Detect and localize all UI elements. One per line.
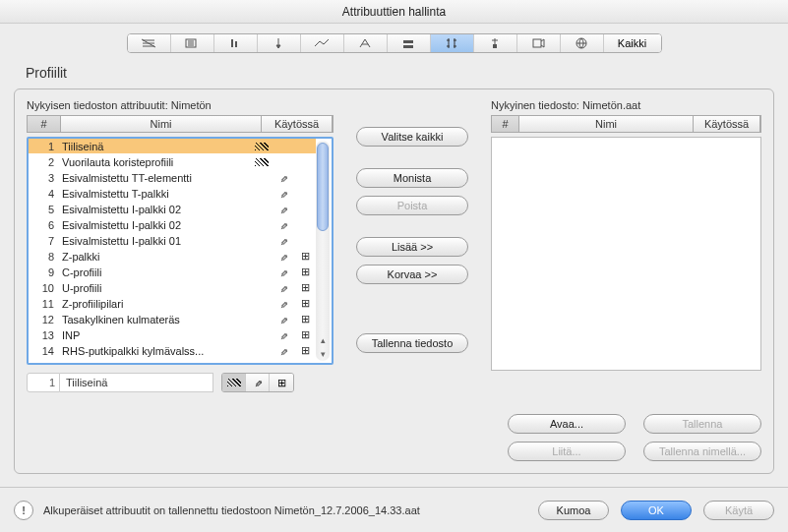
table-row[interactable]: 10U-profiili — [29, 280, 316, 296]
right-subtitle: Nykyinen tiedosto: Nimetön.aat — [491, 99, 761, 111]
table-row[interactable]: 3Esivalmistettu TT-elementti — [29, 170, 316, 186]
row-number: 3 — [29, 172, 58, 184]
table-row[interactable]: 1Tiiliseinä — [29, 139, 316, 154]
toggle-grid[interactable] — [270, 374, 293, 391]
row-link-icon — [273, 188, 294, 200]
row-number: 4 — [29, 188, 58, 200]
col-num-r[interactable]: # — [492, 116, 519, 132]
right-list[interactable] — [491, 137, 761, 371]
row-link-icon — [273, 329, 294, 341]
select-all-button[interactable]: Valitse kaikki — [356, 127, 468, 147]
ok-button[interactable]: OK — [621, 501, 692, 520]
row-name: Vuorilauta koristeprofiili — [58, 156, 251, 168]
footer-message: Alkuperäiset attribuutit on tallennettu … — [43, 504, 528, 516]
cat-3[interactable] — [214, 34, 258, 52]
row-name: Esivalmistettu TT-elementti — [58, 172, 251, 184]
save-button[interactable]: Tallenna — [643, 414, 761, 434]
left-list[interactable]: 1Tiiliseinä2Vuorilauta koristeprofiili3E… — [27, 137, 333, 365]
main-panel: Nykyisen tiedoston attribuutit: Nimetön … — [14, 89, 774, 474]
row-number: 7 — [29, 235, 58, 247]
table-row[interactable]: 13INP — [29, 327, 316, 343]
duplicate-button[interactable]: Monista — [356, 168, 468, 188]
table-row[interactable]: 9C-profiili — [29, 265, 316, 280]
save-as-button[interactable]: Tallenna nimellä... — [643, 442, 761, 461]
apply-button[interactable]: Käytä — [703, 501, 774, 520]
table-row[interactable]: 7Esivalmistettu I-palkki 01 — [29, 233, 316, 249]
cat-all[interactable]: Kaikki — [604, 34, 661, 52]
cat-10[interactable] — [517, 34, 561, 52]
row-name: U-profiili — [58, 282, 251, 294]
col-name-r[interactable]: Nimi — [519, 116, 694, 132]
scrollbar[interactable]: ▴ ▾ — [316, 141, 330, 361]
col-used-r[interactable]: Käytössä — [694, 116, 760, 132]
row-number: 5 — [29, 204, 58, 215]
row-number: 14 — [29, 345, 58, 357]
cat-6[interactable] — [344, 34, 388, 52]
paste-button[interactable]: Liitä... — [508, 442, 626, 461]
cancel-button[interactable]: Kumoa — [538, 501, 609, 520]
row-name: RHS-putkipalkki kylmävalss... — [58, 345, 251, 357]
row-grid-icon — [294, 313, 316, 325]
row-grid-icon — [294, 266, 316, 278]
table-row[interactable]: 11Z-profiilipilari — [29, 296, 316, 312]
row-name: Esivalmistettu I-palkki 02 — [58, 219, 251, 231]
cat-5[interactable] — [301, 34, 344, 52]
edit-number[interactable]: 1 — [27, 373, 60, 392]
edit-toggles — [221, 373, 294, 392]
row-link-icon — [273, 251, 294, 263]
row-link-icon — [273, 266, 294, 278]
toggle-link[interactable] — [246, 374, 270, 391]
category-segmented: Kaikki — [127, 33, 662, 53]
scroll-up[interactable]: ▴ — [316, 333, 330, 347]
col-num[interactable]: # — [28, 116, 61, 132]
table-row[interactable]: 5Esivalmistettu I-palkki 02 — [29, 202, 316, 217]
table-row[interactable]: 6Esivalmistettu I-palkki 02 — [29, 217, 316, 233]
cat-4[interactable] — [258, 34, 301, 52]
table-row[interactable]: 4Esivalmistettu T-palkki — [29, 186, 316, 202]
middle-column: Valitse kaikki Monista Poista Lisää >> K… — [343, 99, 481, 392]
cat-11[interactable] — [561, 34, 604, 52]
svg-rect-2 — [403, 45, 413, 48]
add-button[interactable]: Lisää >> — [356, 237, 468, 257]
row-name: INP — [58, 329, 251, 341]
window-title: Attribuuttien hallinta — [0, 0, 788, 24]
save-file-button[interactable]: Tallenna tiedosto — [356, 333, 468, 353]
col-name[interactable]: Nimi — [61, 116, 262, 132]
table-row[interactable]: 8Z-palkki — [29, 249, 316, 265]
row-number: 1 — [29, 141, 58, 152]
row-grid-icon — [294, 250, 316, 263]
table-row[interactable]: 14RHS-putkipalkki kylmävalss... — [29, 343, 316, 359]
file-buttons: Avaa... Tallenna Liitä... Tallenna nimel… — [508, 414, 761, 461]
left-subtitle: Nykyisen tiedoston attribuutit: Nimetön — [27, 99, 333, 111]
category-toolbar: Kaikki — [0, 30, 788, 57]
row-link-icon — [273, 172, 294, 184]
inline-editor: 1 Tiiliseinä — [27, 373, 333, 392]
col-used[interactable]: Käytössä — [262, 116, 333, 132]
cat-9[interactable] — [474, 34, 517, 52]
row-number: 8 — [29, 251, 58, 263]
row-number: 2 — [29, 156, 58, 168]
cat-7[interactable] — [388, 34, 431, 52]
edit-name[interactable]: Tiiliseinä — [60, 373, 213, 392]
open-button[interactable]: Avaa... — [508, 414, 626, 434]
attribute-manager-window: Attribuuttien hallinta Kaikki Profiilit … — [0, 0, 788, 532]
row-link-icon — [273, 235, 294, 247]
row-name: Tiiliseinä — [58, 141, 251, 152]
table-row[interactable]: 12Tasakylkinen kulmateräs — [29, 312, 316, 327]
row-name: Z-palkki — [58, 251, 251, 263]
replace-button[interactable]: Korvaa >> — [356, 265, 468, 284]
svg-rect-4 — [533, 39, 541, 47]
toggle-hatch[interactable] — [222, 374, 246, 391]
footer: ! Alkuperäiset attribuutit on tallennett… — [0, 487, 788, 532]
scroll-down[interactable]: ▾ — [316, 347, 330, 361]
cat-1[interactable] — [128, 34, 171, 52]
table-row[interactable]: 2Vuorilauta koristeprofiili — [29, 154, 316, 170]
right-header: # Nimi Käytössä — [491, 115, 761, 133]
right-column: Nykyinen tiedosto: Nimetön.aat # Nimi Kä… — [491, 99, 761, 392]
scroll-thumb[interactable] — [317, 143, 329, 231]
cat-2[interactable] — [171, 34, 214, 52]
cat-8-selected[interactable] — [431, 34, 474, 52]
delete-button[interactable]: Poista — [356, 196, 468, 215]
row-number: 12 — [29, 314, 58, 325]
row-link-icon — [273, 204, 294, 215]
